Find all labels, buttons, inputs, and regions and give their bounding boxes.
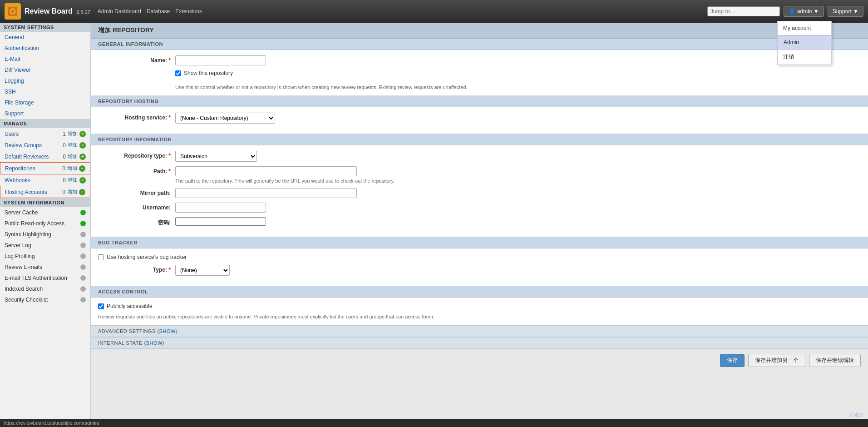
svg-point-2 [11,10,14,13]
sidebar-item-general[interactable]: General [0,32,90,43]
repositories-add-circle[interactable]: + [79,165,85,172]
users-add-label[interactable]: 增加 [68,130,78,137]
repositories-count: 0 [62,165,65,172]
sidebar-item-review-groups[interactable]: Review Groups 0 增加 + [0,139,90,151]
mirror-path-row: Mirror path: [98,188,861,198]
support-button[interactable]: Support ▼ [828,6,863,17]
sidebar-item-hosting-accounts[interactable]: Hosting Accounts 0 增加 + [0,186,90,198]
advanced-settings-section: ADVANCED SETTINGS (SHOW) [91,325,868,337]
dropdown-my-account[interactable]: My account [778,21,831,35]
sidebar-item-file-storage[interactable]: File Storage [0,97,90,108]
save-button[interactable]: 保存 [720,354,745,367]
bug-type-row: Type: * (None)BugzillaGitHubJIRATrac [98,265,861,276]
review-groups-add-label[interactable]: 增加 [68,142,78,149]
user-avatar-icon: 👤 [789,8,795,15]
password-label: 密码: [98,217,171,227]
repo-type-select[interactable]: SubversionGitMercurialCVSPerforce [175,151,257,162]
sidebar-item-repositories[interactable]: Repositories 0 增加 + [0,162,90,174]
user-dropdown: My account Admin 注销 [777,21,832,65]
bug-tracker-checkbox-row: Use hosting service's bug tracker [98,254,861,260]
sidebar-item-syntax-highlighting: Syntax Highlighting [0,229,90,240]
path-label: Path: * [98,166,171,174]
logo: Review Board 2.5.17 [5,3,90,20]
sidebar-item-diff-viewer[interactable]: Diff Viewer [0,65,90,75]
default-reviewers-count: 0 [63,154,66,160]
path-row: Path: * The path to the repository. This… [98,166,861,184]
advanced-settings-show-link[interactable]: SHOW [159,328,176,334]
dropdown-admin[interactable]: Admin [778,35,831,50]
publicly-accessible-label: Publicly accessible [107,303,153,309]
general-info-header: GENERAL INFORMATION [91,39,868,50]
mirror-path-input[interactable] [175,188,357,198]
publicly-accessible-row: Publicly accessible [98,303,861,309]
sidebar-item-ssh[interactable]: SSH [0,86,90,97]
path-input[interactable] [175,166,357,176]
bug-type-required-star: * [168,267,171,273]
hosting-service-label: Hosting service: * [98,113,171,121]
sidebar-item-authentication[interactable]: Authentication [0,43,90,54]
mirror-path-control [175,188,861,198]
name-row: Name: * [98,55,861,65]
repo-type-control: SubversionGitMercurialCVSPerforce [175,151,861,162]
dropdown-logout[interactable]: 注销 [778,50,831,65]
logo-icon [5,3,21,20]
show-repo-checkbox[interactable] [175,70,181,76]
sidebar-item-users[interactable]: Users 1 增加 + [0,128,90,139]
save-edit-button[interactable]: 保存并继续编辑 [809,354,861,367]
sidebar-item-email[interactable]: E-Mail [0,54,90,65]
name-label: Name: * [98,55,171,64]
hosting-accounts-add-label[interactable]: 增加 [67,189,77,195]
indexed-search-status [80,286,86,292]
name-required-star: * [168,57,171,64]
mirror-path-label: Mirror path: [98,188,171,196]
page-header: 增加 REPOSITORY [91,23,868,39]
user-menu-button[interactable]: 👤 admin ▼ [784,6,824,17]
nav-extensions[interactable]: Extensions [175,8,202,15]
server-log-status [80,243,86,248]
app-title: Review Board 2.5.17 [25,7,90,15]
sidebar-item-email-tls: E-mail TLS Authentication [0,273,90,283]
name-control [175,55,861,65]
default-reviewers-add-label[interactable]: 增加 [68,153,78,160]
show-repo-checkbox-row: Show this repository [175,70,233,76]
watermark: 亿速云 [850,412,863,418]
header: Review Board 2.5.17 Admin Dashboard Data… [0,0,868,23]
users-add-circle[interactable]: + [79,131,86,137]
name-input[interactable] [175,55,266,65]
internal-state-show-link[interactable]: SHOW [146,340,163,346]
repositories-add-label[interactable]: 增加 [67,165,77,172]
log-profiling-status [80,253,86,259]
layout: SYSTEM SETTINGS General Authentication E… [0,23,868,427]
internal-state-section: INTERNAL STATE (SHOW) [91,337,868,349]
bug-tracker-checkbox[interactable] [98,254,104,260]
access-control-header: ACCESS CONTROL [91,286,868,298]
bug-type-select[interactable]: (None)BugzillaGitHubJIRATrac [175,265,230,276]
general-info-section: Name: * Show this repository Use this to… [91,50,868,96]
repo-info-header: REPOSITORY INFORMATION [91,134,868,145]
sidebar-item-default-reviewers[interactable]: Default Reviewers 0 增加 + [0,151,90,162]
public-access-status [80,221,86,226]
hosting-service-select[interactable]: (None - Custom Repository)BitbucketGitHu… [175,113,275,124]
sidebar-item-webhooks[interactable]: Webhooks 0 增加 + [0,174,90,186]
review-groups-add-circle[interactable]: + [79,142,86,149]
sidebar-item-security-checklist: Security Checklist [0,294,90,305]
nav-admin-dashboard[interactable]: Admin Dashboard [98,8,141,15]
jump-to-input[interactable] [707,6,780,16]
webhooks-add-circle[interactable]: + [79,177,86,184]
publicly-accessible-checkbox[interactable] [98,303,104,309]
default-reviewers-add-circle[interactable]: + [79,154,86,160]
sidebar: SYSTEM SETTINGS General Authentication E… [0,23,91,427]
username-input[interactable] [175,203,266,213]
app-version: 2.5.17 [76,9,90,15]
webhooks-add-label[interactable]: 增加 [68,177,78,184]
header-right: 👤 admin ▼ Support ▼ [707,6,863,17]
hosting-service-required-star: * [168,114,171,121]
sidebar-item-logging[interactable]: Logging [0,75,90,86]
password-input[interactable] [175,217,266,226]
sidebar-item-server-cache: Server Cache [0,207,90,218]
save-add-button[interactable]: 保存并增加另一个 [748,354,805,367]
access-control-help: Review requests and files on public repo… [98,314,861,319]
hosting-accounts-add-circle[interactable]: + [79,189,85,195]
nav-database[interactable]: Database [147,8,170,15]
sidebar-item-support[interactable]: Support [0,108,90,119]
